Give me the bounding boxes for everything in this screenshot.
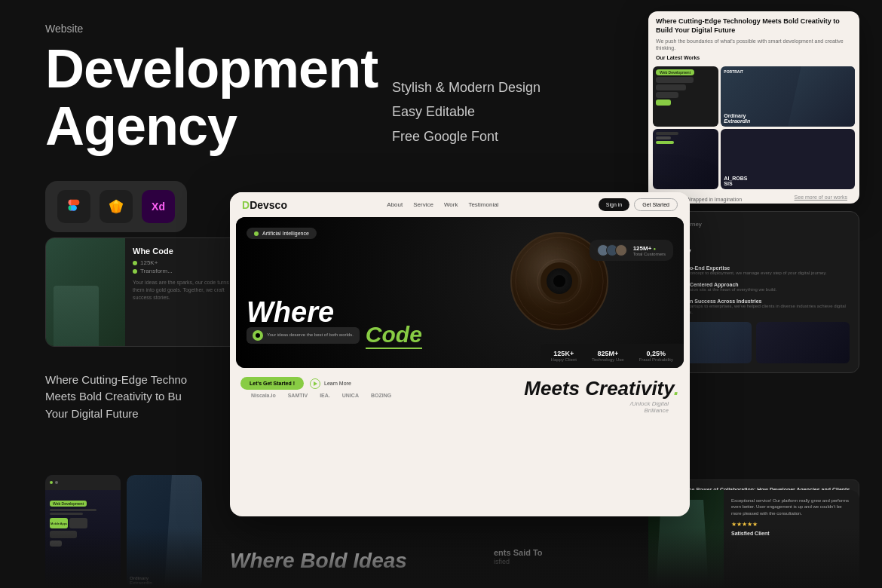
feature-3: Free Google Font bbox=[392, 124, 541, 149]
left-card-content: Whe Code 125K+ Transform... Your ideas a… bbox=[125, 238, 240, 346]
cta-buttons: Let's Get Started ! Learn More bbox=[240, 377, 402, 390]
right-img-ui bbox=[756, 322, 850, 363]
left-card-image bbox=[46, 238, 125, 346]
left-card-stats: 125K+ Transform... bbox=[133, 259, 233, 274]
stat-value: 125K+ bbox=[140, 259, 158, 266]
nav-service[interactable]: Service bbox=[413, 201, 433, 208]
feature-title-2: User-Centered Approach bbox=[676, 282, 776, 287]
brand-2: SAMTIV bbox=[288, 393, 308, 398]
sketch-icon[interactable] bbox=[100, 190, 133, 223]
top-right-preview: Where Cutting-Edge Technology Meets Bold… bbox=[648, 11, 859, 204]
code-badge-text: Your ideas deserve the best of both worl… bbox=[267, 332, 354, 338]
left-card-description: Your ideas are the sparks, our code turn… bbox=[133, 279, 233, 301]
customer-stats-badge: 125M+ ● Total Customers bbox=[590, 240, 673, 261]
figma-icon[interactable] bbox=[57, 190, 90, 223]
brand-5: BOZING bbox=[371, 393, 391, 398]
brand-4: UNICA bbox=[342, 393, 359, 398]
tr-subtitle: We push the boundaries of what's possibl… bbox=[656, 38, 852, 51]
feature-title-1: End-to-End Expertise bbox=[676, 265, 827, 271]
category-label: Website bbox=[45, 23, 378, 35]
feature-title-3: Proven Success Across Industries bbox=[675, 299, 850, 304]
left-preview-card: Whe Code 125K+ Transform... Your ideas a… bbox=[45, 237, 241, 347]
brand-1: Niscala.io bbox=[251, 393, 276, 398]
hero-code-section: Your ideas deserve the best of both worl… bbox=[247, 322, 422, 349]
ai-badge-indicator bbox=[254, 231, 259, 236]
nav-testimonial[interactable]: Testimonial bbox=[468, 201, 498, 208]
play-icon bbox=[310, 378, 320, 389]
brand-logos: Niscala.io SAMTIV IEA. UNICA BOZING bbox=[240, 393, 402, 404]
tool-icons-row: Xd bbox=[45, 181, 187, 232]
tr-images-grid: Web Development PORTRAIT OrdinaryExtraor… bbox=[648, 66, 859, 194]
meets-creativity-section: Let's Get Started ! Learn More Niscala.i… bbox=[230, 372, 690, 423]
code-info-badge: Your ideas deserve the best of both worl… bbox=[247, 327, 360, 344]
stat-item-2: Transform... bbox=[133, 268, 233, 274]
center-website-mockup: DDevsco About Service Work Testimonial S… bbox=[230, 192, 690, 516]
testimonial-quote-text: Exceptional service! Our platform really… bbox=[731, 498, 852, 516]
tr-img-2: PORTRAIT OrdinaryExtraordin bbox=[721, 66, 855, 127]
xd-label: Xd bbox=[152, 201, 165, 213]
avatar-3 bbox=[615, 244, 627, 256]
brand-3: IEA. bbox=[320, 393, 330, 398]
ai-badge: Artificial Intelligence bbox=[247, 228, 317, 239]
adobe-xd-icon[interactable]: Xd bbox=[142, 190, 175, 223]
unlock-text: /Unlock DigitalBrilliance bbox=[524, 400, 679, 418]
features-section: Stylish & Modern Design Easy Editable Fr… bbox=[392, 75, 541, 149]
feature-desc-3: From startups to enterprises, we've help… bbox=[675, 304, 850, 316]
code-icon bbox=[253, 330, 263, 341]
customer-label: Total Customers bbox=[633, 252, 666, 256]
feature-desc-1: From concept to deployment, we manage ev… bbox=[676, 271, 827, 277]
see-more-link[interactable]: See more of our works bbox=[789, 194, 853, 204]
getstarted-button[interactable]: Get Started bbox=[634, 198, 678, 211]
stat-indicator bbox=[133, 261, 137, 265]
learn-more-button[interactable]: Learn More bbox=[310, 378, 351, 389]
mockup-navbar: DDevsco About Service Work Testimonial S… bbox=[230, 192, 690, 217]
left-card-title: Whe Code bbox=[133, 246, 233, 256]
stat-fraud: 0,25% Fraud Probability bbox=[639, 350, 673, 362]
nav-about[interactable]: About bbox=[387, 201, 403, 208]
stat-technology: 825M+ Technology Use bbox=[592, 350, 624, 362]
meets-creativity-text: Meets Creativity. bbox=[524, 377, 679, 400]
feature-1: Stylish & Modern Design bbox=[392, 75, 541, 100]
tr-img-1: Web Development bbox=[653, 66, 718, 127]
testimonial-stars: ★★★★★ bbox=[731, 521, 852, 528]
hero-code-text: Code bbox=[366, 322, 422, 349]
tr-img-4: AI_ROBSSIS bbox=[721, 129, 855, 189]
hero-stats-bar: 125K+ Happy Client 825M+ Technology Use … bbox=[541, 344, 684, 368]
signin-button[interactable]: Sign in bbox=[599, 198, 629, 211]
svg-point-8 bbox=[537, 259, 581, 303]
stat-indicator-2 bbox=[133, 269, 137, 274]
bottom-fade-overlay bbox=[0, 528, 882, 588]
mobile-tag: Web Development bbox=[50, 501, 87, 507]
tagline-line2: Meets Bold Creativity to Bu bbox=[45, 388, 187, 406]
mockup-nav-buttons: Sign in Get Started bbox=[599, 198, 678, 211]
tagline-line1: Where Cutting-Edge Techno bbox=[45, 372, 187, 389]
tagline-line3: Your Digital Future bbox=[45, 406, 187, 423]
top-left-section: Website Development Agency bbox=[45, 23, 378, 155]
nav-work[interactable]: Work bbox=[444, 201, 458, 208]
tr-our-works-label: Our Latest Works bbox=[656, 55, 852, 60]
mockup-nav-links: About Service Work Testimonial bbox=[387, 201, 498, 208]
main-title: Development Agency bbox=[45, 41, 378, 155]
feature-2: Easy Editable bbox=[392, 100, 541, 124]
mockup-logo: DDevsco bbox=[242, 199, 287, 211]
svg-point-7 bbox=[526, 248, 592, 314]
tr-img-3 bbox=[653, 129, 718, 189]
customer-avatars bbox=[597, 244, 627, 256]
tr-header-section: Where Cutting-Edge Technology Meets Bold… bbox=[648, 11, 859, 66]
mockup-hero-section: Artificial Intelligence 125M+ ● Total Cu… bbox=[236, 217, 684, 368]
stat-item: 125K+ bbox=[133, 259, 233, 266]
stat-value-2: Transform... bbox=[140, 268, 173, 274]
tr-title: Where Cutting-Edge Technology Meets Bold… bbox=[656, 17, 852, 35]
feature-desc-2: Your vision sits at the heart of everyth… bbox=[676, 287, 776, 293]
bottom-left-tagline: Where Cutting-Edge Techno Meets Bold Cre… bbox=[45, 372, 187, 423]
hero-getstarted-button[interactable]: Let's Get Started ! bbox=[240, 377, 304, 390]
stat-happy-clients: 125K+ Happy Client bbox=[551, 350, 577, 362]
customer-count: 125M+ ● bbox=[633, 245, 666, 252]
ai-badge-text: Artificial Intelligence bbox=[262, 231, 309, 236]
